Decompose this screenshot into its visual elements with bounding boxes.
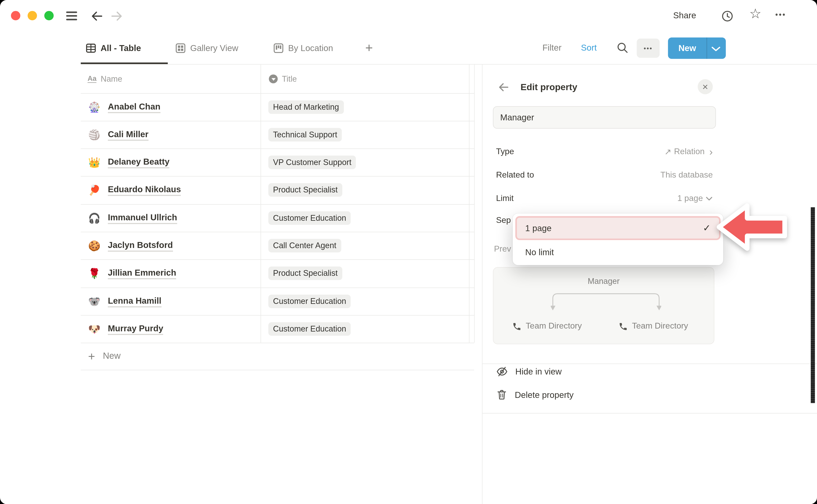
title-property-icon: Aa bbox=[87, 75, 96, 83]
new-button-chevron-down-icon[interactable] bbox=[711, 46, 721, 51]
row-name-link[interactable]: Eduardo Nikolaus bbox=[108, 184, 181, 196]
history-clock-icon[interactable] bbox=[721, 9, 734, 23]
add-row-button[interactable]: + New bbox=[81, 343, 474, 370]
row-emoji-icon: 🌹 bbox=[87, 268, 101, 278]
row-name-link[interactable]: Jaclyn Botsford bbox=[108, 239, 173, 252]
row-title-tag[interactable]: Customer Education bbox=[268, 294, 351, 308]
row-name-link[interactable]: Immanuel Ullrich bbox=[108, 212, 177, 224]
board-view-icon bbox=[273, 43, 283, 53]
dropdown-option-no-limit[interactable]: No limit bbox=[515, 241, 721, 263]
trash-icon bbox=[496, 389, 508, 400]
table-row[interactable]: 🏐Cali MillerTechnical Support bbox=[81, 121, 474, 148]
row-name-link[interactable]: Murray Purdy bbox=[108, 323, 163, 335]
field-value: This database bbox=[660, 170, 713, 180]
table-row[interactable]: 🎡Anabel ChanHead of Marketing bbox=[81, 93, 474, 121]
tab-all-table[interactable]: All - Table bbox=[86, 37, 141, 58]
table-edge-border bbox=[474, 65, 475, 343]
row-name-link[interactable]: Delaney Beatty bbox=[108, 156, 170, 168]
new-button[interactable]: New bbox=[668, 37, 707, 59]
nav-forward-icon[interactable] bbox=[110, 9, 124, 23]
row-name-link[interactable]: Anabel Chan bbox=[108, 101, 160, 113]
table-row[interactable]: 🍪Jaclyn BotsfordCall Center Agent bbox=[81, 232, 474, 259]
column-divider[interactable] bbox=[260, 65, 261, 343]
row-emoji-icon: 🏐 bbox=[87, 130, 101, 140]
table-row[interactable]: 🏓Eduardo NikolausProduct Specialist bbox=[81, 176, 474, 204]
new-split-button[interactable]: New bbox=[668, 37, 726, 59]
panel-bottom-divider bbox=[483, 413, 817, 413]
eye-off-icon bbox=[496, 365, 508, 377]
row-title-tag[interactable]: Call Center Agent bbox=[268, 239, 341, 252]
plus-icon: + bbox=[88, 349, 95, 363]
window-more-icon[interactable]: ••• bbox=[775, 10, 786, 19]
clipped-separate-label: Sep bbox=[496, 216, 511, 225]
search-icon[interactable] bbox=[616, 42, 629, 54]
view-options-icon[interactable]: ••• bbox=[637, 38, 660, 58]
relation-arrow-icon: ↗ bbox=[665, 147, 672, 157]
row-title-tag[interactable]: VP Customer Support bbox=[268, 155, 356, 169]
traffic-light-minimize-icon[interactable] bbox=[28, 11, 37, 20]
row-title-tag[interactable]: Customer Education bbox=[268, 211, 351, 225]
tab-label: By Location bbox=[288, 43, 333, 53]
dropdown-option-1-page[interactable]: 1 page ✓ bbox=[515, 216, 721, 240]
row-emoji-icon: 👑 bbox=[87, 157, 101, 167]
table-row[interactable]: 🎧Immanuel UllrichCustomer Education bbox=[81, 204, 474, 232]
field-row-type[interactable]: Type ↗ Relation › bbox=[496, 141, 713, 162]
table-row[interactable]: 👑Delaney BeattyVP Customer Support bbox=[81, 148, 474, 176]
tab-by-location[interactable]: By Location bbox=[273, 37, 333, 58]
field-row-limit[interactable]: Limit 1 page bbox=[496, 188, 713, 209]
hamburger-menu-icon[interactable] bbox=[66, 11, 77, 20]
property-name-input[interactable]: Manager bbox=[493, 106, 716, 129]
filter-button[interactable]: Filter bbox=[542, 43, 562, 53]
column-header-title[interactable]: Title bbox=[269, 65, 297, 93]
column-label: Title bbox=[282, 74, 297, 84]
notion-window: Share ☆ ••• All - Table Gallery View By … bbox=[0, 0, 817, 504]
row-title-tag[interactable]: Product Specialist bbox=[268, 183, 342, 197]
field-label: Type bbox=[496, 147, 514, 156]
relation-preview-box: Manager Team Directory Team Directory bbox=[493, 267, 714, 344]
action-label: Delete property bbox=[515, 390, 574, 400]
traffic-light-zoom-icon[interactable] bbox=[44, 11, 54, 20]
column-label: Name bbox=[101, 74, 122, 84]
field-row-related-to[interactable]: Related to This database bbox=[496, 165, 713, 185]
traffic-light-close-icon[interactable] bbox=[11, 11, 20, 20]
row-emoji-icon: 🍪 bbox=[87, 241, 101, 251]
option-label: 1 page bbox=[525, 223, 552, 233]
column-header-name[interactable]: Aa Name bbox=[87, 65, 122, 93]
row-emoji-icon: 🏓 bbox=[87, 185, 101, 195]
row-title-tag[interactable]: Customer Education bbox=[268, 322, 351, 336]
row-emoji-icon: 🎡 bbox=[87, 102, 101, 112]
add-row-label: New bbox=[103, 351, 121, 362]
panel-title: Edit property bbox=[521, 82, 578, 93]
toolbar-divider bbox=[81, 64, 817, 64]
row-name-link[interactable]: Jillian Emmerich bbox=[108, 267, 176, 279]
new-button-divider bbox=[707, 37, 707, 59]
tab-gallery-view[interactable]: Gallery View bbox=[175, 37, 238, 58]
hide-in-view-button[interactable]: Hide in view bbox=[496, 360, 704, 383]
nav-back-icon[interactable] bbox=[90, 9, 104, 23]
clipped-preview-label: Prev bbox=[494, 244, 511, 254]
row-title-tag[interactable]: Technical Support bbox=[268, 128, 342, 141]
sort-button[interactable]: Sort bbox=[581, 43, 597, 53]
option-label: No limit bbox=[525, 247, 554, 257]
action-label: Hide in view bbox=[515, 366, 562, 376]
field-label: Limit bbox=[496, 194, 514, 203]
select-property-icon bbox=[269, 74, 278, 83]
annotation-arrow-icon bbox=[715, 201, 788, 253]
screenshot-stage: Share ☆ ••• All - Table Gallery View By … bbox=[0, 0, 817, 504]
panel-back-icon[interactable] bbox=[498, 81, 510, 93]
field-label: Related to bbox=[496, 170, 534, 180]
delete-property-button[interactable]: Delete property bbox=[496, 383, 704, 406]
row-name-link[interactable]: Cali Miller bbox=[108, 128, 148, 141]
add-view-icon[interactable]: + bbox=[365, 40, 373, 55]
phone-icon bbox=[619, 322, 628, 331]
table-row[interactable]: 🌹Jillian EmmerichProduct Specialist bbox=[81, 259, 474, 287]
share-button[interactable]: Share bbox=[673, 10, 696, 20]
row-name-link[interactable]: Lenna Hamill bbox=[108, 295, 161, 308]
preview-child-label: Team Directory bbox=[632, 321, 688, 331]
table-row[interactable]: 🐨Lenna HamillCustomer Education bbox=[81, 288, 474, 315]
close-icon[interactable]: × bbox=[698, 79, 713, 94]
row-title-tag[interactable]: Head of Marketing bbox=[268, 100, 343, 114]
row-title-tag[interactable]: Product Specialist bbox=[268, 266, 342, 280]
favorite-star-icon[interactable]: ☆ bbox=[749, 7, 761, 20]
table-row[interactable]: 🐶Murray PurdyCustomer Education bbox=[81, 315, 474, 343]
